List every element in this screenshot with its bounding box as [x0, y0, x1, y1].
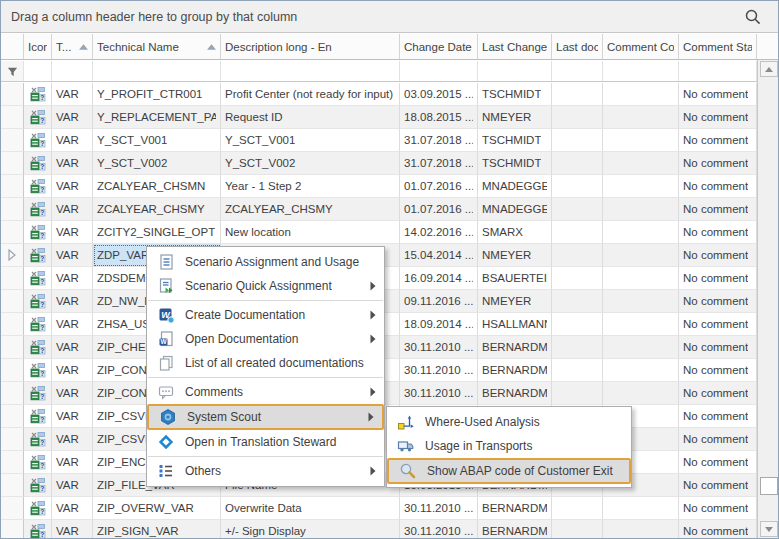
cell-type[interactable]: VAR [52, 83, 93, 106]
cell-commentco[interactable] [603, 221, 679, 244]
cell-commentsta[interactable]: No comment [679, 198, 757, 221]
menu-item-show-abap-code-of-customer-exit[interactable]: Show ABAP code of Customer Exit [387, 458, 631, 484]
cell-commentsta[interactable]: No comment [679, 497, 757, 520]
cell-icon[interactable]: ? [24, 382, 52, 405]
cell-commentsta[interactable]: No comment [679, 152, 757, 175]
cell-type[interactable]: VAR [52, 497, 93, 520]
cell-icon[interactable]: ? [24, 175, 52, 198]
cell-commentco[interactable] [603, 244, 679, 267]
cell-icon[interactable]: ? [24, 198, 52, 221]
cell-date[interactable]: 31.07.2018 ... [400, 129, 478, 152]
cell-icon[interactable]: ? [24, 267, 52, 290]
cell-icon[interactable]: ? [24, 474, 52, 497]
filter-cell-desc[interactable] [221, 61, 400, 81]
cell-icon[interactable]: ? [24, 451, 52, 474]
cell-lastdoc[interactable] [552, 175, 603, 198]
cell-type[interactable]: VAR [52, 267, 93, 290]
cell-date[interactable]: 30.11.2010 ... [400, 359, 478, 382]
filter-cell-lastdoc[interactable] [552, 61, 603, 81]
cell-date[interactable]: 01.07.2016 ... [400, 175, 478, 198]
cell-date[interactable]: 30.11.2010 ... [400, 520, 478, 538]
cell-lastdoc[interactable] [552, 359, 603, 382]
scroll-down-button[interactable] [760, 521, 778, 537]
cell-commentsta[interactable]: No comment [679, 175, 757, 198]
cell-type[interactable]: VAR [52, 405, 93, 428]
cell-commentsta[interactable]: No comment [679, 474, 757, 497]
cell-commentco[interactable] [603, 83, 679, 106]
filter-cell-tech[interactable] [93, 61, 221, 81]
cell-date[interactable]: 30.11.2010 ... [400, 497, 478, 520]
cell-icon[interactable]: ? [24, 359, 52, 382]
table-row[interactable]: ?VARZIP_CONV30.11.2010 ...BERNARDMANo co… [1, 359, 778, 382]
column-header-commentsta[interactable]: Comment Sta... [679, 34, 757, 59]
cell-commentsta[interactable]: No comment [679, 221, 757, 244]
cell-user[interactable]: MNADEGGER [478, 175, 552, 198]
cell-icon[interactable]: ? [24, 313, 52, 336]
table-row[interactable]: ?VARZDP_VAR15.04.2014 ...NMEYERNo commen… [1, 244, 778, 267]
search-icon[interactable] [744, 8, 762, 26]
filter-cell-icon[interactable] [24, 61, 52, 81]
cell-commentsta[interactable]: No comment [679, 106, 757, 129]
cell-desc[interactable]: Request ID [221, 106, 400, 129]
menu-item-others[interactable]: Others [147, 459, 384, 483]
table-row[interactable]: ?VARZDSDEMO16.09.2014 ...BSAUERTEIGNo co… [1, 267, 778, 290]
cell-commentco[interactable] [603, 336, 679, 359]
cell-type[interactable]: VAR [52, 290, 93, 313]
cell-icon[interactable]: ? [24, 428, 52, 451]
cell-desc[interactable]: Overwrite Data [221, 497, 400, 520]
table-row[interactable]: ?VARY_PROFIT_CTR001Profit Center (not re… [1, 83, 778, 106]
filter-cell-commentsta[interactable] [679, 61, 757, 81]
cell-user[interactable]: MNADEGGER [478, 198, 552, 221]
table-row[interactable]: ?VARZCALYEAR_CHSMYZCALYEAR_CHSMY01.07.20… [1, 198, 778, 221]
cell-type[interactable]: VAR [52, 474, 93, 497]
cell-type[interactable]: VAR [52, 221, 93, 244]
cell-desc[interactable]: ZCALYEAR_CHSMY [221, 198, 400, 221]
cell-commentsta[interactable]: No comment [679, 336, 757, 359]
cell-type[interactable]: VAR [52, 382, 93, 405]
cell-desc[interactable]: Year - 1 Step 2 [221, 175, 400, 198]
cell-commentco[interactable] [603, 290, 679, 313]
menu-item-comments[interactable]: Comments [147, 380, 384, 404]
filter-cell-type[interactable] [52, 61, 93, 81]
column-header-lastdoc[interactable]: Last doc. [552, 34, 603, 59]
cell-user[interactable]: BERNARDMA [478, 359, 552, 382]
cell-commentco[interactable] [603, 106, 679, 129]
scroll-up-button[interactable] [760, 61, 778, 77]
filter-indicator-cell[interactable] [1, 61, 24, 81]
menu-item-open-in-translation-steward[interactable]: Open in Translation Steward [147, 430, 384, 454]
cell-commentco[interactable] [603, 313, 679, 336]
cell-lastdoc[interactable] [552, 336, 603, 359]
table-row[interactable]: ?VARY_SCT_V001Y_SCT_V00131.07.2018 ...TS… [1, 129, 778, 152]
cell-user[interactable]: BERNARDMA [478, 520, 552, 538]
cell-type[interactable]: VAR [52, 175, 93, 198]
cell-commentco[interactable] [603, 359, 679, 382]
cell-type[interactable]: VAR [52, 359, 93, 382]
cell-lastdoc[interactable] [552, 129, 603, 152]
vertical-scrollbar[interactable] [757, 60, 779, 538]
cell-lastdoc[interactable] [552, 83, 603, 106]
cell-lastdoc[interactable] [552, 106, 603, 129]
cell-commentsta[interactable]: No comment [679, 382, 757, 405]
cell-lastdoc[interactable] [552, 152, 603, 175]
cell-commentsta[interactable]: No comment [679, 359, 757, 382]
cell-lastdoc[interactable] [552, 221, 603, 244]
cell-date[interactable]: 01.07.2016 ... [400, 198, 478, 221]
cell-user[interactable]: TSCHMIDT [478, 129, 552, 152]
menu-item-scenario-quick-assignment[interactable]: Scenario Quick Assignment [147, 274, 384, 298]
table-row[interactable]: ?VARZIP_CONV30.11.2010 ...BERNARDMANo co… [1, 382, 778, 405]
cell-lastdoc[interactable] [552, 267, 603, 290]
cell-type[interactable]: VAR [52, 313, 93, 336]
column-header-type[interactable]: T... [52, 34, 93, 59]
menu-item-where-used-analysis[interactable]: Where-Used Analysis [387, 410, 631, 434]
cell-commentsta[interactable]: No comment [679, 244, 757, 267]
cell-type[interactable]: VAR [52, 198, 93, 221]
cell-date[interactable]: 30.11.2010 ... [400, 336, 478, 359]
cell-user[interactable]: TSCHMIDT [478, 83, 552, 106]
cell-user[interactable]: SMARX [478, 221, 552, 244]
cell-type[interactable]: VAR [52, 152, 93, 175]
cell-date[interactable]: 30.11.2010 ... [400, 382, 478, 405]
table-row[interactable]: ?VARZIP_CHEC30.11.2010 ...BERNARDMANo co… [1, 336, 778, 359]
cell-tech[interactable]: ZIP_OVERW_VAR [93, 497, 221, 520]
cell-lastdoc[interactable] [552, 198, 603, 221]
cell-tech[interactable]: ZIP_SIGN_VAR [93, 520, 221, 538]
